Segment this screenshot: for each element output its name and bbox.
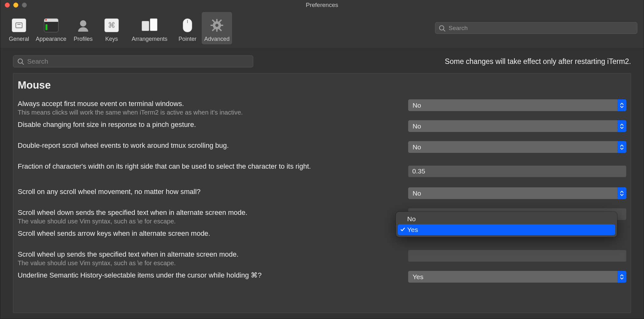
row-char-frac: Fraction of character's width on its rig…: [18, 162, 626, 180]
option-label: Yes: [407, 226, 418, 234]
row-first-mouse: Always accept first mouse event on termi…: [18, 99, 626, 118]
chevron-updown-icon: [617, 120, 626, 132]
select-value: No: [413, 122, 421, 130]
svg-rect-1: [17, 24, 21, 25]
tab-general[interactable]: General: [5, 12, 33, 44]
setting-label: Fraction of character's width on its rig…: [18, 162, 402, 171]
svg-rect-6: [211, 25, 214, 26]
row-pinch: Disable changing font size in response t…: [18, 120, 626, 139]
dropdown-option-no[interactable]: No: [398, 214, 615, 224]
select-first-mouse[interactable]: No: [408, 99, 626, 111]
advanced-content: Some changes will take effect only after…: [0, 48, 644, 319]
advanced-panel: Mouse Always accept first mouse event on…: [13, 73, 631, 313]
setting-label: Scroll on any scroll wheel movement, no …: [18, 187, 402, 196]
svg-rect-5: [216, 28, 218, 32]
tab-label: Arrangements: [132, 36, 168, 42]
select-underline-cmd[interactable]: Yes: [408, 271, 626, 283]
section-title-mouse: Mouse: [18, 79, 626, 91]
svg-rect-11: [212, 28, 215, 31]
chevron-updown-icon: [617, 99, 626, 111]
select-any-scroll[interactable]: No: [408, 187, 626, 199]
general-icon: [11, 17, 27, 33]
option-label: No: [407, 215, 416, 223]
dropdown-scroll-arrow[interactable]: No Yes: [396, 212, 617, 237]
setting-label: Disable changing font size in response t…: [18, 120, 402, 129]
svg-rect-0: [16, 23, 22, 28]
svg-point-13: [439, 26, 444, 30]
svg-rect-4: [216, 19, 218, 22]
svg-rect-9: [219, 28, 222, 31]
tab-keys[interactable]: ⌘ Keys: [97, 12, 126, 44]
tab-arrangements[interactable]: Arrangements: [126, 12, 173, 44]
svg-point-12: [215, 24, 218, 27]
window-title: Preferences: [0, 2, 644, 9]
setting-label: Scroll wheel down sends the specified te…: [18, 208, 402, 217]
tab-profiles[interactable]: Profiles: [69, 12, 97, 44]
profiles-icon: [75, 17, 91, 33]
svg-rect-10: [219, 19, 222, 22]
input-char-frac[interactable]: [408, 166, 626, 177]
setting-desc: The value should use Vim syntax, such as…: [18, 260, 402, 267]
svg-point-2: [80, 20, 86, 27]
tab-label: Pointer: [179, 36, 197, 42]
select-value: No: [413, 143, 421, 151]
select-value: No: [413, 190, 421, 197]
toolbar-search[interactable]: [435, 22, 637, 34]
tab-appearance[interactable]: Appearance: [33, 12, 69, 44]
keys-icon: ⌘: [104, 17, 120, 33]
setting-label: Scroll wheel up sends the specified text…: [18, 250, 402, 259]
tab-pointer[interactable]: Pointer: [173, 12, 202, 44]
setting-label: Always accept first mouse event on termi…: [18, 99, 402, 108]
row-underline-cmd: Underline Semantic History-selectable it…: [18, 271, 626, 289]
advanced-filter-input[interactable]: [27, 58, 249, 65]
advanced-icon: [209, 17, 225, 33]
input-scroll-up-txt[interactable]: [408, 250, 626, 262]
svg-rect-8: [212, 19, 215, 22]
setting-label: Double-report scroll wheel events to wor…: [18, 141, 402, 150]
setting-label: Underline Semantic History-selectable it…: [18, 271, 402, 280]
select-tmux[interactable]: No: [408, 141, 626, 153]
tab-label: Keys: [105, 36, 118, 42]
tab-label: Appearance: [36, 36, 66, 42]
row-any-scroll: Scroll on any scroll wheel movement, no …: [18, 187, 626, 206]
setting-label: Scroll wheel sends arrow keys when in al…: [18, 229, 402, 238]
pointer-icon: [180, 17, 195, 33]
tab-label: Advanced: [204, 36, 230, 42]
row-scroll-up-txt: Scroll wheel up sends the specified text…: [18, 250, 626, 268]
preferences-window: Preferences General Appeara: [0, 0, 644, 319]
chevron-updown-icon: [617, 141, 626, 153]
arrangements-icon: [142, 17, 157, 33]
appearance-icon: [43, 17, 59, 33]
titlebar: Preferences: [0, 0, 644, 10]
row-tmux: Double-report scroll wheel events to wor…: [18, 141, 626, 160]
svg-line-16: [22, 63, 24, 65]
tab-label: General: [9, 36, 29, 42]
restart-notice: Some changes will take effect only after…: [445, 57, 631, 66]
tab-advanced[interactable]: Advanced: [202, 12, 232, 44]
search-icon: [439, 25, 445, 32]
setting-desc: The value should use Vim syntax, such as…: [18, 218, 402, 225]
svg-point-15: [18, 59, 22, 63]
search-icon: [17, 58, 24, 65]
dropdown-option-yes[interactable]: Yes: [398, 224, 615, 235]
svg-line-14: [443, 29, 445, 31]
toolbar-search-input[interactable]: [449, 25, 634, 32]
svg-rect-7: [220, 25, 223, 26]
check-icon: [400, 226, 405, 234]
setting-desc: This means clicks will work the same whe…: [18, 109, 402, 116]
tab-label: Profiles: [74, 36, 93, 42]
select-value: Yes: [413, 273, 423, 281]
select-pinch[interactable]: No: [408, 120, 626, 132]
chevron-updown-icon: [617, 187, 626, 199]
select-value: No: [413, 102, 421, 109]
advanced-filter[interactable]: [13, 55, 253, 67]
preferences-toolbar: General Appearance Profiles: [0, 10, 644, 48]
chevron-updown-icon: [617, 271, 626, 283]
